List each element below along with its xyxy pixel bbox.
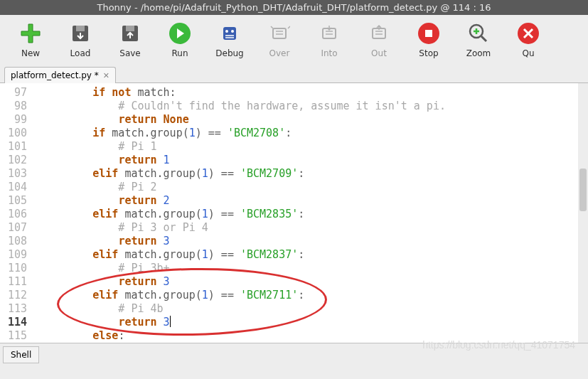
code-line[interactable]: return 3 (41, 235, 446, 248)
svg-point-7 (231, 30, 234, 33)
scrollbar-thumb[interactable] (579, 169, 587, 211)
code-line[interactable]: return 3 (41, 316, 446, 329)
tab-name: platform_detect.py * (11, 70, 99, 80)
code-line[interactable]: return 2 (41, 194, 446, 208)
load-button[interactable]: Load (55, 18, 105, 60)
code-line[interactable]: elif match.group(1) == 'BCM2835': (41, 208, 446, 221)
save-label: Save (119, 48, 140, 58)
run-button[interactable]: Run (155, 18, 205, 60)
svg-point-6 (225, 30, 228, 33)
code-line[interactable]: # Pi 4b (41, 302, 446, 316)
into-button: Into (304, 18, 354, 60)
quit-label: Qu (522, 48, 534, 58)
code-line[interactable]: elif match.group(1) == 'BCM2711': (41, 289, 446, 302)
code-line[interactable]: if match.group(1) == 'BCM2708': (41, 127, 446, 140)
debug-label: Debug (215, 48, 243, 58)
code-line[interactable]: # Pi 1 (41, 140, 446, 154)
code-line[interactable]: if not match: (41, 86, 446, 100)
code-line[interactable]: # Couldn't find the hardware, assume it … (41, 100, 446, 113)
zoom-button[interactable]: Zoom (454, 18, 503, 60)
line-number-gutter: 9798991001011021031041051061071081091101… (0, 83, 41, 343)
zoom-icon (466, 21, 491, 46)
window-title: Thonny - /home/pi/Adafruit_Python_DHT/Ad… (0, 0, 588, 15)
out-label: Out (371, 48, 387, 58)
code-line[interactable]: else: (41, 329, 446, 343)
svg-rect-3 (126, 26, 134, 31)
svg-rect-10 (373, 28, 385, 38)
step-out-icon (366, 21, 392, 46)
code-line[interactable]: # Pi 3b+ (41, 262, 446, 275)
code-line[interactable]: elif match.group(1) == 'BCM2709': (41, 167, 446, 181)
code-line[interactable]: return None (41, 113, 446, 127)
new-button[interactable]: New (6, 18, 55, 60)
code-line[interactable]: elif match.group(1) == 'BCM2837': (41, 248, 446, 262)
toolbar: New Load Save Run Debug Over Into (0, 15, 588, 60)
save-button[interactable]: Save (105, 18, 155, 60)
code-line[interactable]: return 1 (41, 154, 446, 167)
play-icon (167, 21, 193, 46)
new-label: New (21, 48, 40, 58)
bug-icon (217, 21, 242, 46)
stop-button[interactable]: Stop (404, 18, 454, 60)
editor-tab-bar: platform_detect.py * ✕ (0, 60, 588, 83)
step-into-icon (316, 21, 342, 46)
code-editor[interactable]: 9798991001011021031041051061071081091101… (0, 83, 588, 343)
debug-button[interactable]: Debug (205, 18, 255, 60)
vertical-scrollbar[interactable] (578, 83, 588, 343)
code-line[interactable]: # Pi 3 or Pi 4 (41, 221, 446, 235)
watermark: https://blog.csdn.net/qq_41071754 (422, 339, 575, 351)
load-icon (68, 21, 93, 46)
quit-button[interactable]: Qu (503, 18, 553, 60)
save-icon (117, 21, 143, 46)
close-icon (515, 21, 541, 46)
code-line[interactable]: return 3 (41, 275, 446, 289)
over-button: Over (255, 18, 304, 60)
into-label: Into (321, 48, 337, 58)
run-label: Run (171, 48, 188, 58)
out-button: Out (354, 18, 404, 60)
stop-icon (416, 21, 442, 46)
svg-rect-12 (425, 30, 432, 37)
over-label: Over (269, 48, 290, 58)
stop-label: Stop (419, 48, 438, 58)
svg-rect-8 (273, 28, 286, 38)
editor-tab[interactable]: platform_detect.py * ✕ (4, 67, 116, 83)
code-line[interactable]: # Pi 2 (41, 181, 446, 194)
svg-rect-1 (76, 26, 85, 31)
plus-icon (18, 21, 43, 46)
load-label: Load (70, 48, 91, 58)
zoom-label: Zoom (466, 48, 491, 58)
shell-tab[interactable]: Shell (3, 346, 39, 363)
step-over-icon (267, 21, 292, 46)
tab-close-icon[interactable]: ✕ (103, 71, 109, 80)
code-area[interactable]: if not match: # Couldn't find the hardwa… (41, 83, 446, 343)
